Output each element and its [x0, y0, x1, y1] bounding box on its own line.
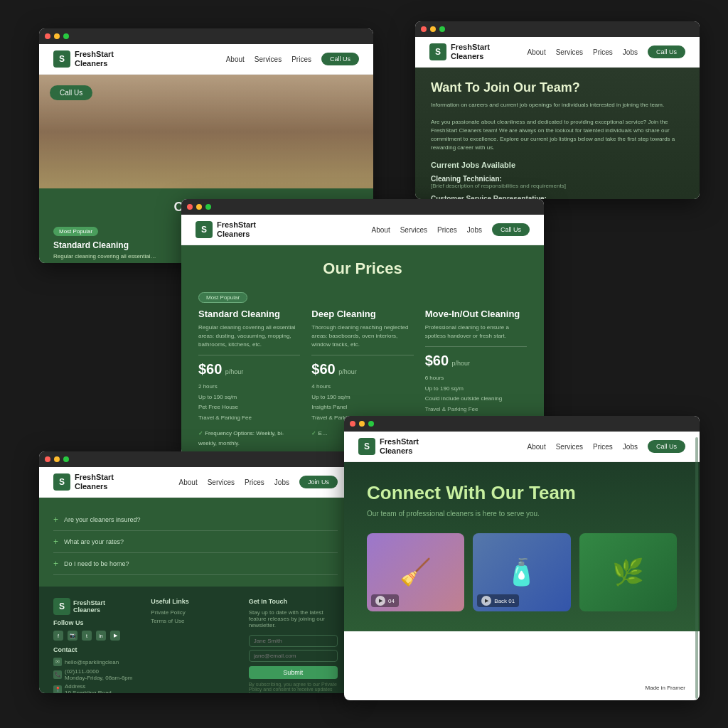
maximize-btn-2[interactable] — [439, 26, 445, 32]
play-btn-1[interactable]: ▶ — [481, 596, 491, 606]
nav-prices[interactable]: Prices — [291, 55, 311, 63]
call-us-btn-3[interactable]: Call Us — [492, 223, 530, 236]
nav4-prices[interactable]: Prices — [245, 478, 264, 486]
nav-about[interactable]: About — [226, 55, 245, 63]
connect-body: Connect With Our Team Our team of profes… — [344, 462, 700, 631]
nav5-prices[interactable]: Prices — [593, 443, 613, 451]
youtube-icon[interactable]: ▶ — [110, 631, 120, 641]
call-us-btn[interactable]: Call Us — [321, 53, 359, 65]
twitter-icon[interactable]: t — [82, 631, 92, 641]
most-popular-badge-3: Most Popular — [198, 292, 247, 303]
job-desc-0: [Brief description of responsibilities a… — [431, 183, 684, 189]
hero-section: Call Us — [39, 75, 373, 188]
facebook-icon[interactable]: f — [53, 631, 63, 641]
browser-bar-4 — [39, 451, 352, 467]
nav-services[interactable]: Services — [255, 55, 282, 63]
logo-win2: S FreshStartCleaners — [429, 43, 490, 61]
nav2-services[interactable]: Services — [556, 48, 583, 56]
logo-icon-3: S — [196, 221, 213, 238]
nav5-services[interactable]: Services — [556, 443, 583, 451]
jobs-subtitle: Current Jobs Available — [431, 161, 684, 169]
card1-details: 2 hours Up to 190 sq/m Pet Free House Tr… — [198, 382, 300, 423]
browser-bar-1 — [39, 28, 373, 44]
newsletter-name-input[interactable] — [249, 635, 338, 647]
window-faq-footer: S FreshStartCleaners About Services Pric… — [39, 451, 352, 693]
faq-question-0: Are your cleaners insured? — [64, 516, 141, 523]
call-us-btn-5[interactable]: Call Us — [648, 440, 685, 453]
terms-of-use-link[interactable]: Terms of Use — [151, 618, 240, 624]
nav4-jobs[interactable]: Jobs — [274, 478, 289, 486]
minimize-btn-5[interactable] — [359, 421, 365, 427]
minimize-btn[interactable] — [54, 33, 60, 39]
faq-item-0[interactable]: + Are your cleaners insured? — [53, 509, 338, 531]
maximize-btn-3[interactable] — [205, 204, 211, 210]
get-in-touch-title: Get In Touch — [249, 598, 338, 605]
card1-title: Standard Cleaning — [198, 309, 300, 319]
contact-address-row: 📍 Address 10 Sparkling Road — [53, 683, 142, 693]
nav5-jobs[interactable]: Jobs — [623, 443, 638, 451]
card3-price: $60 — [425, 353, 449, 368]
photo-overlay-1: ▶ Back 01 — [477, 594, 519, 607]
linkedin-icon[interactable]: in — [96, 631, 106, 641]
join-us-btn[interactable]: Join Us — [299, 476, 338, 488]
email-icon: ✉ — [53, 658, 62, 666]
nav3-prices[interactable]: Prices — [437, 226, 457, 234]
job-title-0: Cleaning Technician: — [431, 175, 684, 183]
photo-card-2: 🌿 — [579, 533, 677, 611]
footer-grid: S FreshStartCleaners Follow Us f 📷 t in … — [53, 598, 338, 693]
call-us-btn-2[interactable]: Call Us — [648, 46, 685, 58]
play-btn-0[interactable]: ▶ — [375, 596, 385, 606]
faq-item-2[interactable]: + Do I need to be home? — [53, 553, 338, 575]
logo-win3: S FreshStartCleaners — [196, 220, 256, 239]
minimize-btn-3[interactable] — [196, 204, 202, 210]
newsletter-submit-btn[interactable]: Submit — [249, 666, 338, 679]
nav-win1: S FreshStartCleaners About Services Pric… — [39, 44, 373, 75]
faq-item-1[interactable]: + What are your rates? — [53, 531, 338, 553]
close-btn-3[interactable] — [187, 204, 193, 210]
maximize-btn-4[interactable] — [63, 456, 69, 462]
jobs-title: Want To Join Our Team? — [431, 80, 684, 95]
job-item-0: Cleaning Technician: [Brief description … — [431, 175, 684, 189]
price-col-standard: Most Popular Standard Cleaning Regular c… — [53, 223, 199, 259]
minimize-btn-4[interactable] — [54, 456, 60, 462]
photo-image-2: 🌿 — [579, 533, 677, 611]
nav-win5: S FreshStartCleaners About Services Pric… — [344, 432, 700, 462]
logo-icon-5: S — [358, 438, 375, 455]
logo-text-5: FreshStartCleaners — [380, 437, 419, 456]
newsletter-email-input[interactable] — [249, 650, 338, 662]
close-btn-5[interactable] — [350, 421, 355, 427]
card3-desc: Professional cleaning to ensure a spotle… — [425, 323, 527, 341]
jobs-body: Want To Join Our Team? Information on ca… — [415, 68, 700, 199]
minimize-btn-2[interactable] — [430, 26, 436, 32]
nav4-services[interactable]: Services — [208, 478, 235, 486]
privacy-policy-link[interactable]: Private Policy — [151, 609, 240, 616]
maximize-btn[interactable] — [63, 33, 69, 39]
nav3-about[interactable]: About — [372, 226, 390, 234]
nav3-jobs[interactable]: Jobs — [467, 226, 482, 234]
nav3-services[interactable]: Services — [400, 226, 427, 234]
nav-links-win5: About Services Prices Jobs Call Us — [528, 440, 685, 453]
nav5-about[interactable]: About — [528, 443, 546, 451]
hero-call-btn[interactable]: Call Us — [50, 85, 92, 100]
logo-win4: S FreshStartCleaners — [53, 473, 114, 491]
photo-grid: 🧹 ▶ 04 🧴 ▶ Back 01 🌿 — [367, 533, 677, 611]
address-value: 10 Sparkling Road — [65, 690, 112, 693]
close-btn-4[interactable] — [45, 456, 50, 462]
nav2-jobs[interactable]: Jobs — [623, 48, 638, 56]
nav2-prices[interactable]: Prices — [593, 48, 613, 56]
nav4-about[interactable]: About — [179, 478, 198, 486]
close-btn-2[interactable] — [421, 26, 427, 32]
footer-logo-icon: S — [53, 598, 70, 615]
instagram-icon[interactable]: 📷 — [68, 631, 77, 641]
close-btn[interactable] — [45, 33, 50, 39]
price-card-standard: Standard Cleaning Regular cleaning cover… — [198, 309, 300, 455]
scrollbar-win5[interactable] — [695, 437, 698, 699]
cleaner-photo-1: 🧴 — [505, 557, 537, 587]
photo-label-1: Back 01 — [494, 598, 515, 604]
nav-links-win2: About Services Prices Jobs Call Us — [528, 46, 685, 58]
address-icon: 📍 — [53, 685, 62, 693]
nav-win3: S FreshStartCleaners About Services Pric… — [181, 215, 544, 245]
maximize-btn-5[interactable] — [368, 421, 374, 427]
standard-cleaning-desc: Regular cleaning covering all essential… — [53, 253, 199, 259]
nav2-about[interactable]: About — [528, 48, 546, 56]
